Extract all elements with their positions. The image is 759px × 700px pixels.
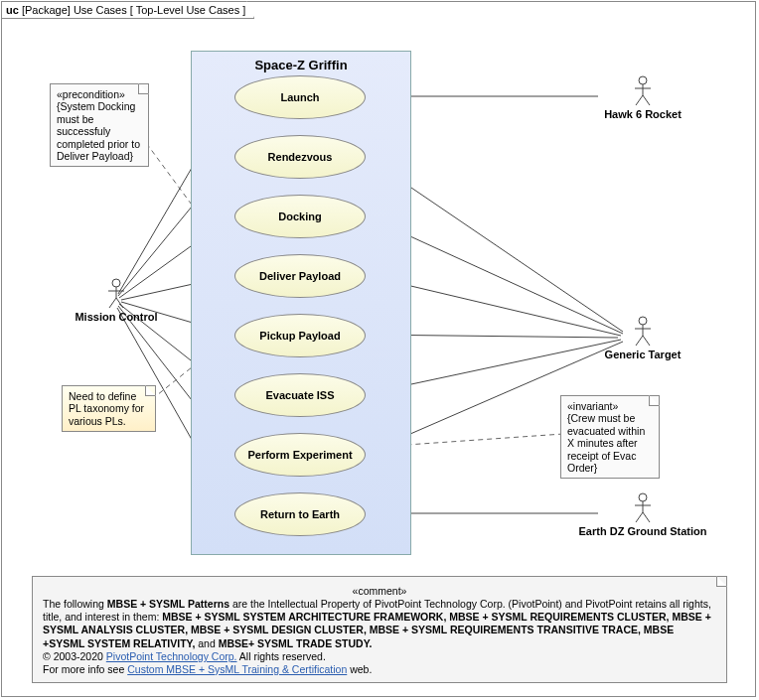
- svg-line-38: [643, 512, 650, 522]
- actor-label: Earth DZ Ground Station: [573, 525, 712, 537]
- usecase-diagram-frame: uc [Package] Use Cases [ Top-Level Use C…: [1, 1, 756, 697]
- svg-line-22: [109, 298, 116, 308]
- boundary-title: Space-Z Griffin: [192, 58, 410, 72]
- stickman-icon: [106, 278, 126, 310]
- frame-kind: [Package]: [22, 4, 71, 16]
- comment-body: The following MBSE + SYSML Patterns are …: [43, 598, 716, 650]
- actor-earth-dz[interactable]: Earth DZ Ground Station: [573, 492, 712, 537]
- note-text: Need to define PL taxonomy for various P…: [69, 390, 149, 427]
- frame-prefix: uc: [6, 4, 19, 16]
- note-corner-icon: [649, 395, 660, 406]
- comment-stereotype: «comment»: [43, 585, 716, 598]
- frame-name: Use Cases: [74, 4, 127, 16]
- comment-copyright: © 2003-2020 PivotPoint Technology Corp. …: [43, 650, 716, 663]
- note-stereotype: «precondition»: [57, 88, 142, 100]
- usecase-deliver-payload[interactable]: Deliver Payload: [234, 254, 366, 298]
- note-corner-icon: [716, 576, 727, 587]
- svg-line-23: [116, 298, 123, 308]
- comment-info: For more info see Custom MBSE + SysML Tr…: [43, 663, 716, 676]
- frame-label: uc [Package] Use Cases [ Top-Level Use C…: [1, 1, 254, 19]
- system-boundary: Space-Z Griffin: [191, 51, 411, 555]
- comment-note: «comment» The following MBSE + SYSML Pat…: [32, 576, 727, 683]
- svg-point-19: [112, 279, 120, 287]
- note-precondition: «precondition» {System Docking must be s…: [50, 83, 149, 167]
- stickman-icon: [633, 75, 653, 107]
- usecase-launch[interactable]: Launch: [234, 75, 366, 119]
- usecase-return-to-earth[interactable]: Return to Earth: [234, 492, 366, 536]
- svg-line-28: [643, 95, 650, 105]
- svg-point-24: [639, 76, 647, 84]
- usecase-pickup-payload[interactable]: Pickup Payload: [234, 314, 366, 357]
- training-link[interactable]: Custom MBSE + SysML Training & Certifica…: [127, 663, 347, 675]
- stickman-icon: [633, 492, 653, 524]
- note-text: {System Docking must be successfuly comp…: [57, 100, 142, 162]
- usecase-docking[interactable]: Docking: [234, 195, 366, 238]
- svg-line-27: [636, 95, 643, 105]
- usecase-perform-experiment[interactable]: Perform Experiment: [234, 433, 366, 477]
- actor-label: Mission Control: [72, 311, 161, 323]
- actor-hawk-6-rocket[interactable]: Hawk 6 Rocket: [598, 75, 687, 120]
- stickman-icon: [633, 316, 653, 348]
- pivotpoint-link[interactable]: PivotPoint Technology Corp.: [106, 650, 237, 662]
- usecase-rendezvous[interactable]: Rendezvous: [234, 135, 366, 179]
- svg-line-32: [636, 336, 643, 346]
- note-text: {Crew must be evacuated within X minutes…: [567, 412, 653, 474]
- note-stereotype: «invariant»: [567, 400, 653, 412]
- svg-point-29: [639, 317, 647, 325]
- svg-point-34: [639, 493, 647, 501]
- actor-generic-target[interactable]: Generic Target: [598, 316, 687, 360]
- note-corner-icon: [145, 385, 156, 396]
- svg-line-33: [643, 336, 650, 346]
- note-invariant: «invariant» {Crew must be evacuated with…: [560, 395, 660, 479]
- frame-qualifier: [ Top-Level Use Cases ]: [130, 4, 246, 16]
- actor-mission-control[interactable]: Mission Control: [72, 278, 161, 323]
- note-corner-icon: [138, 83, 149, 94]
- usecase-evacuate-iss[interactable]: Evacuate ISS: [234, 373, 366, 417]
- note-taxonomy: Need to define PL taxonomy for various P…: [62, 385, 156, 432]
- svg-line-37: [636, 512, 643, 522]
- actor-label: Generic Target: [598, 349, 687, 360]
- actor-label: Hawk 6 Rocket: [598, 108, 687, 120]
